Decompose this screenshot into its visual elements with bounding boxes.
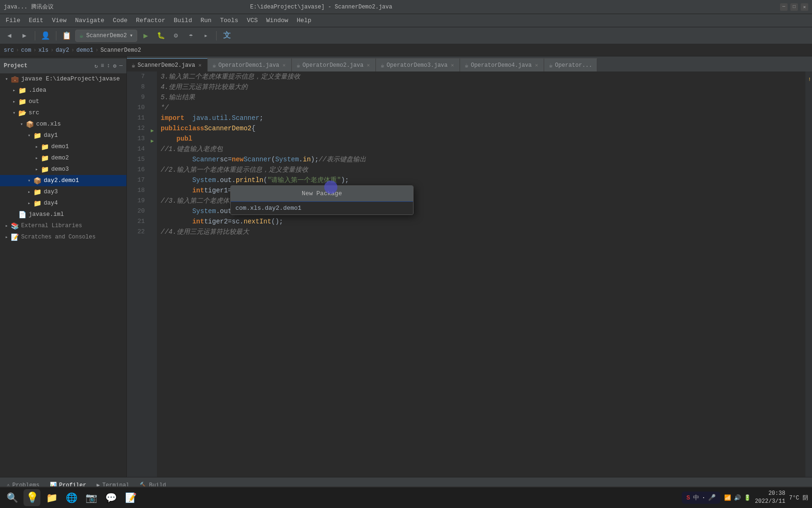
coverage-button[interactable]: ☂ (184, 29, 197, 42)
ime-mic[interactable]: 🎤 (708, 494, 716, 501)
breadcrumb: src › com › xls › day2 › demo1 › Scanner… (0, 44, 812, 56)
menu-view[interactable]: View (48, 16, 70, 25)
code-line-16: //2.输入第一个老虎体重提示信息，定义变量接收 (161, 165, 808, 175)
menu-vcs[interactable]: VCS (243, 16, 261, 25)
sidebar-item-day3[interactable]: ▸ 📁 day3 (0, 186, 126, 198)
tree-root[interactable]: ▾ 💼 javase E:\ideaProject\javase (0, 73, 126, 85)
breadcrumb-xls[interactable]: xls (39, 47, 49, 54)
tab-label-3: OperatorDemo2.java (303, 62, 364, 69)
sidebar-item-demo3[interactable]: ▸ 📁 demo3 (0, 164, 126, 175)
breadcrumb-file[interactable]: ScannerDemo2 (101, 47, 141, 54)
out-label: out (29, 98, 39, 105)
clock-time: 20:38 (755, 490, 785, 498)
menu-help[interactable]: Help (293, 16, 315, 25)
forward-button[interactable]: ▶ (18, 29, 31, 42)
menu-window[interactable]: Window (263, 16, 292, 25)
taskbar-camera[interactable]: 📷 (83, 489, 100, 506)
toolbar-separator-2 (56, 31, 56, 40)
tab-operator-demo3[interactable]: ☕ OperatorDemo3.java ✕ (376, 58, 460, 71)
new-package-input[interactable] (231, 202, 413, 214)
tab-close-2[interactable]: ✕ (281, 62, 287, 69)
ime-widget[interactable]: S 中 · 🎤 (682, 492, 721, 504)
line-numbers: 7 8 9 10 11 12 13 14 15 16 17 18 19 20 2… (127, 71, 148, 477)
code-editor[interactable]: 7 8 9 10 11 12 13 14 15 16 17 18 19 20 2… (127, 71, 812, 477)
tab-operator-demo1[interactable]: ☕ OperatorDemo1.java ✕ (208, 58, 292, 71)
weather-label: 7°C 阴 (789, 494, 808, 502)
sidebar-item-out[interactable]: ▸ 📁 out (0, 96, 126, 107)
sidebar-item-idea[interactable]: ▸ 📁 .idea (0, 85, 126, 96)
window-controls[interactable]: ─ □ ✕ (780, 3, 808, 11)
sidebar-item-day1[interactable]: ▾ 📁 day1 (0, 130, 126, 141)
sidebar-item-day4[interactable]: ▸ 📁 day4 (0, 198, 126, 209)
sidebar-item-day2-demo1[interactable]: ▾ 📦 day2.demo1 (0, 175, 126, 186)
tab-label-5: OperatorDemo4.java (471, 62, 532, 69)
ext-lib-label: External Libraries (21, 222, 82, 229)
sidebar-item-scratches[interactable]: ▸ 📝 Scratches and Consoles (0, 231, 126, 243)
menu-build[interactable]: Build (170, 16, 196, 25)
tab-operator-demo4[interactable]: ☕ OperatorDemo4.java ✕ (460, 58, 544, 71)
profile-button[interactable]: ⚙ (169, 29, 182, 42)
editor-tabs: ☕ ScannerDemo2.java ✕ ☕ OperatorDemo1.ja… (127, 56, 812, 71)
sidebar-item-src[interactable]: ▾ 📂 src (0, 107, 126, 119)
menu-refactor[interactable]: Refactor (132, 16, 169, 25)
taskbar-folder[interactable]: 📁 (43, 489, 60, 506)
sidebar-minimize-icon[interactable]: ─ (119, 63, 123, 70)
menu-tools[interactable]: Tools (216, 16, 242, 25)
sidebar-item-iml[interactable]: ▸ 📄 javase.iml (0, 209, 126, 220)
sidebar-settings-icon[interactable]: ≡ (101, 63, 104, 70)
minimize-button[interactable]: ─ (780, 3, 788, 11)
taskbar-intellij[interactable]: 💡 (23, 489, 40, 506)
breadcrumb-demo1[interactable]: demo1 (76, 47, 93, 54)
taskbar-search[interactable]: 🔍 (4, 489, 21, 506)
menu-navigate[interactable]: Navigate (71, 16, 108, 25)
sidebar-item-com-xls[interactable]: ▾ 📦 com.xls (0, 119, 126, 130)
back-button[interactable]: ◀ (3, 29, 16, 42)
tab-close-3[interactable]: ✕ (366, 62, 371, 69)
tab-label-4: OperatorDemo3.java (387, 62, 448, 69)
menu-edit[interactable]: Edit (25, 16, 47, 25)
menu-run[interactable]: Run (197, 16, 215, 25)
structure-button[interactable]: 📋 (60, 29, 73, 42)
tab-operator-more[interactable]: ☕ Operator... (544, 58, 597, 71)
scratches-label: Scratches and Consoles (21, 234, 95, 240)
debug-button[interactable]: 🐛 (154, 29, 167, 42)
tab-operator-demo2[interactable]: ☕ OperatorDemo2.java ✕ (292, 58, 376, 71)
tab-close-4[interactable]: ✕ (450, 62, 455, 69)
ime-mode[interactable]: 中 (693, 493, 699, 502)
tab-close-5[interactable]: ✕ (534, 62, 539, 69)
volume-icon: 🔊 (734, 494, 741, 501)
run-config-dropdown[interactable]: ☕ ScannerDemo2 ▾ (75, 30, 137, 42)
menu-code[interactable]: Code (109, 16, 131, 25)
breadcrumb-src[interactable]: src (4, 47, 14, 54)
battery-icon: 🔋 (744, 494, 751, 501)
sidebar-gear-icon[interactable]: ⚙ (113, 63, 117, 70)
ime-dot: · (702, 494, 706, 501)
menu-file[interactable]: File (2, 16, 24, 25)
maximize-button[interactable]: □ (790, 3, 798, 11)
clock-date: 2022/3/11 (755, 498, 785, 506)
breadcrumb-day2[interactable]: day2 (55, 47, 69, 54)
translate-button[interactable]: 文 (220, 29, 234, 42)
breadcrumb-com[interactable]: com (21, 47, 31, 54)
sidebar-header-icons[interactable]: ↻ ≡ ↕ ⚙ ─ (94, 63, 123, 70)
taskbar-doc[interactable]: 📝 (122, 489, 139, 506)
day2-demo1-label: day2.demo1 (44, 177, 79, 184)
run-button[interactable]: ▶ (139, 29, 152, 42)
tab-scanner-demo2[interactable]: ☕ ScannerDemo2.java ✕ (127, 58, 208, 71)
sidebar-item-demo1[interactable]: ▸ 📁 demo1 (0, 141, 126, 152)
sidebar-item-ext-lib[interactable]: ▸ 📚 External Libraries (0, 220, 126, 231)
close-button[interactable]: ✕ (801, 3, 808, 11)
bookmark-button[interactable]: 👤 (39, 29, 52, 42)
sidebar-collapse-icon[interactable]: ↕ (107, 63, 110, 70)
tab-close-1[interactable]: ✕ (197, 62, 203, 69)
sidebar-item-demo2[interactable]: ▸ 📁 demo2 (0, 152, 126, 164)
toolbar: ◀ ▶ 👤 📋 ☕ ScannerDemo2 ▾ ▶ 🐛 ⚙ ☂ ▸ 文 (0, 27, 812, 44)
warning-gutter-mark: ! (808, 74, 811, 85)
taskbar-wechat[interactable]: 💬 (102, 489, 119, 506)
title-bar: java... 腾讯会议 E:\ideaProject\javase] - Sc… (0, 0, 812, 14)
more-button[interactable]: ▸ (199, 29, 212, 42)
code-content[interactable]: 3.输入第二个老虎体重提示信息，定义变量接收 4.使用三元运算符比较最大的 5.… (157, 71, 812, 477)
sidebar-refresh-icon[interactable]: ↻ (94, 63, 98, 70)
taskbar-browser[interactable]: 🌐 (63, 489, 80, 506)
systray: 📶 🔊 🔋 (724, 494, 751, 501)
